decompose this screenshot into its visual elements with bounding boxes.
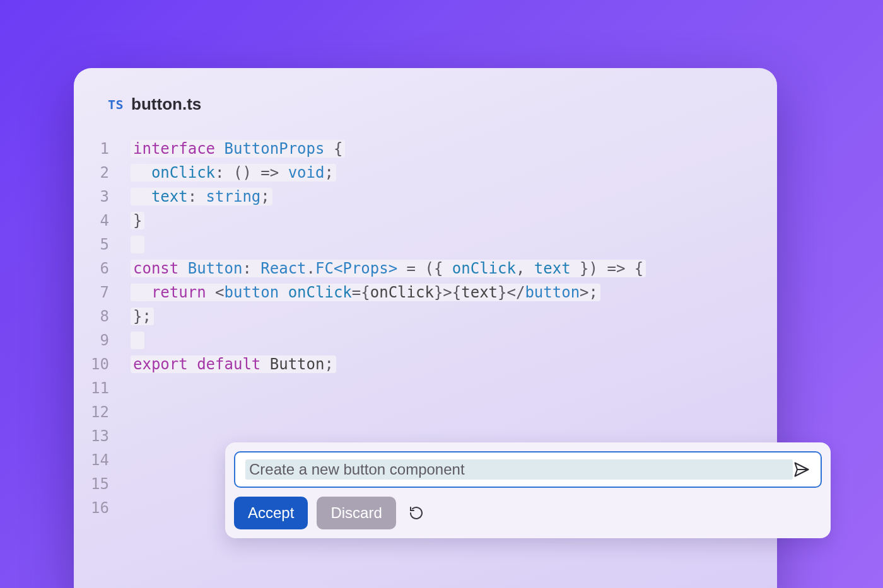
code-line: export default Button; bbox=[131, 352, 777, 376]
code-line bbox=[131, 233, 777, 257]
line-number: 15 bbox=[74, 472, 109, 496]
line-number: 12 bbox=[74, 400, 109, 424]
line-number: 3 bbox=[74, 185, 109, 209]
code-line: onClick: () => void; bbox=[131, 161, 777, 185]
prompt-input-text: Create a new button component bbox=[245, 459, 793, 480]
line-number: 10 bbox=[74, 352, 109, 376]
line-number: 16 bbox=[74, 496, 109, 520]
regenerate-icon[interactable] bbox=[405, 502, 428, 524]
line-number: 8 bbox=[74, 304, 109, 328]
line-number: 7 bbox=[74, 280, 109, 304]
typescript-icon: TS bbox=[108, 97, 124, 112]
line-number: 6 bbox=[74, 257, 109, 280]
code-line bbox=[131, 328, 777, 352]
send-icon[interactable] bbox=[793, 461, 810, 478]
code-line: return <button onClick={onClick}>{text}<… bbox=[131, 280, 777, 304]
code-line: interface ButtonProps { bbox=[131, 137, 777, 161]
line-number: 4 bbox=[74, 209, 109, 233]
ai-prompt-panel: Create a new button component Accept Dis… bbox=[225, 442, 831, 538]
prompt-input[interactable]: Create a new button component bbox=[234, 451, 822, 488]
file-tab[interactable]: TS button.ts bbox=[108, 95, 777, 114]
line-number: 9 bbox=[74, 328, 109, 352]
code-line: text: string; bbox=[131, 185, 777, 209]
code-line: } bbox=[131, 209, 777, 233]
file-name: button.ts bbox=[131, 95, 201, 114]
line-number: 13 bbox=[74, 424, 109, 448]
code-content[interactable]: interface ButtonProps { onClick: () => v… bbox=[131, 137, 777, 376]
line-number: 2 bbox=[74, 161, 109, 185]
discard-button[interactable]: Discard bbox=[317, 497, 395, 529]
code-line: const Button: React.FC<Props> = ({ onCli… bbox=[131, 257, 777, 280]
line-number: 1 bbox=[74, 137, 109, 161]
line-number-gutter: 1 2 3 4 5 6 7 8 9 10 11 12 13 14 15 16 bbox=[74, 137, 131, 520]
line-number: 5 bbox=[74, 233, 109, 257]
prompt-actions: Accept Discard bbox=[234, 497, 822, 529]
editor-window: TS button.ts 1 2 3 4 5 6 7 8 9 10 11 12 … bbox=[74, 68, 777, 588]
accept-button[interactable]: Accept bbox=[234, 497, 308, 529]
line-number: 14 bbox=[74, 448, 109, 472]
code-line: }; bbox=[131, 304, 777, 328]
line-number: 11 bbox=[74, 376, 109, 400]
